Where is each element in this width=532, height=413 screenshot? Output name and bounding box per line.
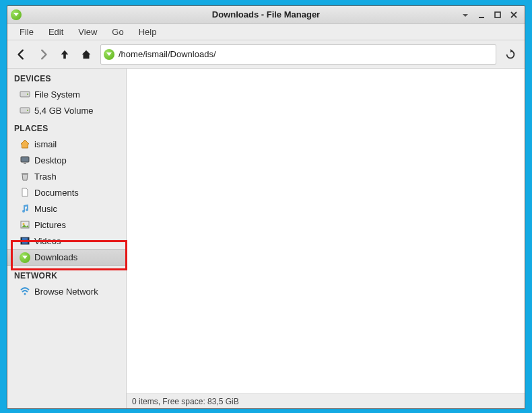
close-button[interactable]	[508, 9, 519, 20]
statusbar-text: 0 items, Free space: 83,5 GiB	[132, 397, 239, 406]
file-view[interactable]	[127, 69, 525, 393]
svg-rect-12	[21, 237, 22, 244]
sidebar-item-videos[interactable]: Videos	[7, 233, 126, 249]
pictures-icon	[20, 219, 30, 230]
disk-icon	[20, 105, 30, 116]
sidebar-item-home[interactable]: ismail	[7, 136, 126, 152]
trash-icon	[20, 171, 30, 182]
svg-point-10	[23, 223, 25, 225]
home-icon	[20, 139, 30, 149]
wifi-icon	[20, 286, 30, 297]
sidebar-item-label: Trash	[34, 172, 57, 182]
back-button[interactable]	[11, 44, 32, 65]
menubar: File Edit View Go Help	[7, 24, 525, 40]
svg-rect-6	[21, 157, 29, 162]
svg-rect-7	[24, 163, 26, 164]
svg-rect-8	[22, 173, 28, 174]
sidebar: DEVICES File System 5,4 GB Volume PLACES…	[7, 69, 127, 393]
reload-button[interactable]	[500, 44, 521, 65]
sidebar-item-label: Music	[34, 204, 57, 214]
svg-rect-0	[479, 17, 484, 18]
maximize-button[interactable]	[492, 9, 503, 20]
sidebar-item-downloads[interactable]: Downloads	[7, 249, 126, 266]
desktop-icon	[20, 155, 30, 165]
location-path: /home/ismail/Downloads/	[119, 49, 493, 59]
sidebar-item-documents[interactable]: Documents	[7, 184, 126, 200]
menu-view[interactable]: View	[71, 25, 104, 39]
sidebar-item-label: Browse Network	[34, 287, 98, 297]
home-button[interactable]	[76, 44, 96, 65]
svg-rect-13	[28, 237, 29, 244]
sidebar-item-label: Desktop	[34, 155, 67, 165]
sidebar-item-music[interactable]: Music	[7, 200, 126, 217]
location-bar[interactable]: /home/ismail/Downloads/	[100, 44, 496, 65]
file-manager-window: Downloads - File Manager File Edit View …	[7, 5, 525, 409]
download-icon	[20, 252, 30, 263]
menu-edit[interactable]: Edit	[42, 25, 70, 39]
sidebar-item-label: Pictures	[34, 220, 66, 230]
menu-help[interactable]: Help	[132, 25, 164, 39]
sidebar-item-browse-network[interactable]: Browse Network	[7, 283, 126, 299]
always-on-top-button[interactable]	[460, 9, 471, 20]
sidebar-item-pictures[interactable]: Pictures	[7, 217, 126, 233]
sidebar-heading-places: PLACES	[7, 118, 126, 136]
document-icon	[20, 187, 30, 198]
sidebar-heading-devices: DEVICES	[7, 69, 126, 86]
sidebar-item-label: Downloads	[34, 252, 77, 262]
sidebar-item-label: ismail	[34, 139, 57, 149]
sidebar-item-label: 5,4 GB Volume	[34, 106, 93, 116]
body: DEVICES File System 5,4 GB Volume PLACES…	[7, 69, 525, 393]
minimize-button[interactable]	[476, 9, 487, 20]
videos-icon	[20, 235, 30, 246]
sidebar-item-trash[interactable]: Trash	[7, 168, 126, 184]
svg-point-3	[27, 93, 28, 95]
window-title: Downloads - File Manager	[7, 9, 525, 20]
sidebar-item-desktop[interactable]: Desktop	[7, 152, 126, 168]
up-button[interactable]	[55, 44, 75, 65]
menu-go[interactable]: Go	[105, 25, 130, 39]
location-download-icon	[104, 49, 114, 60]
menu-file[interactable]: File	[13, 25, 40, 39]
sidebar-item-label: File System	[34, 89, 80, 100]
disk-icon	[20, 89, 30, 100]
svg-rect-1	[495, 12, 500, 17]
sidebar-item-file-system[interactable]: File System	[7, 86, 126, 102]
sidebar-item-label: Videos	[34, 236, 61, 246]
svg-point-5	[27, 110, 28, 111]
sidebar-item-volume[interactable]: 5,4 GB Volume	[7, 102, 126, 118]
music-icon	[20, 203, 30, 214]
window-controls	[460, 9, 525, 20]
titlebar: Downloads - File Manager	[7, 6, 525, 24]
sidebar-item-label: Documents	[34, 188, 79, 198]
sidebar-heading-network: NETWORK	[7, 266, 126, 283]
svg-point-14	[24, 293, 26, 295]
toolbar: /home/ismail/Downloads/	[7, 40, 525, 69]
app-download-icon	[7, 9, 25, 20]
forward-button[interactable]	[33, 44, 53, 65]
statusbar: 0 items, Free space: 83,5 GiB	[127, 393, 525, 408]
